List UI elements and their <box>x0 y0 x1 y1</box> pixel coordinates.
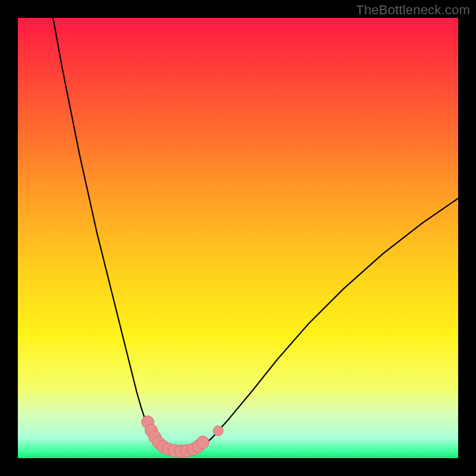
marker-dot <box>213 426 223 436</box>
plot-area <box>18 18 458 458</box>
watermark-text: TheBottleneck.com <box>356 2 470 18</box>
outer-frame: TheBottleneck.com <box>0 0 476 476</box>
chart-svg <box>18 18 458 458</box>
gradient-background <box>18 18 458 458</box>
marker-dot <box>196 436 209 449</box>
